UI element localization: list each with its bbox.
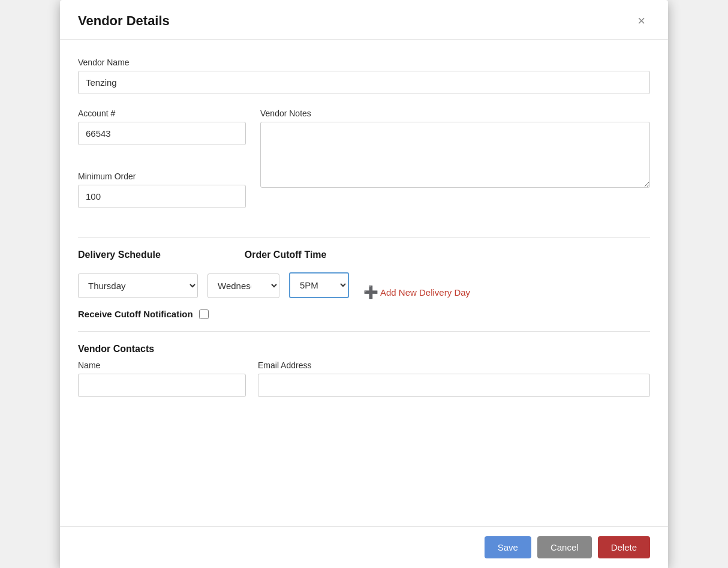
minimum-order-input[interactable]: [78, 185, 246, 208]
contacts-name-label: Name: [78, 360, 246, 370]
account-notes-row: Account # Minimum Order Vendor Notes: [78, 109, 650, 223]
cutoff-time-col: 12AM 1AM 2AM 3AM 4AM 5AM 6AM 7AM 8AM 9AM…: [289, 272, 349, 298]
contacts-email-label: Email Address: [258, 360, 650, 370]
vendor-notes-section: Vendor Notes: [260, 109, 650, 208]
modal-title: Vendor Details: [78, 13, 170, 29]
delivery-section: Delivery Schedule Order Cutoff Time Sund…: [78, 250, 650, 319]
vendor-notes-label: Vendor Notes: [260, 109, 650, 118]
contacts-name-input[interactable]: [78, 374, 246, 397]
cancel-button[interactable]: Cancel: [537, 536, 592, 558]
delivery-schedule-select[interactable]: Sunday Monday Tuesday Wednesday Thursday…: [78, 274, 198, 298]
delivery-header-row: Delivery Schedule Order Cutoff Time: [78, 250, 650, 266]
vendor-contacts-label: Vendor Contacts: [78, 344, 650, 354]
contacts-email-col: Email Address: [258, 360, 650, 397]
delete-button[interactable]: Delete: [598, 536, 650, 558]
vendor-contacts-section: Vendor Contacts Name Email Address: [78, 344, 650, 397]
plus-circle-icon: ➕: [365, 286, 377, 298]
contacts-name-col: Name: [78, 360, 246, 397]
vendor-name-section: Vendor Name: [78, 58, 650, 94]
left-column: Account # Minimum Order: [78, 109, 246, 223]
add-delivery-day-button[interactable]: ➕ Add New Delivery Day: [365, 286, 470, 298]
modal-header: Vendor Details ×: [60, 0, 668, 40]
vendor-details-modal: Vendor Details × Vendor Name Account # M…: [60, 0, 668, 568]
vendor-notes-input[interactable]: [260, 122, 650, 188]
close-button[interactable]: ×: [633, 12, 650, 30]
cutoff-time-select[interactable]: 12AM 1AM 2AM 3AM 4AM 5AM 6AM 7AM 8AM 9AM…: [289, 272, 349, 298]
cutoff-day-select[interactable]: Sunday Monday Tuesday Wednesd... Thursda…: [207, 274, 279, 298]
receive-cutoff-checkbox[interactable]: [199, 309, 209, 319]
modal-body: Vendor Name Account # Minimum Order Vend…: [60, 40, 668, 526]
delivery-schedule-label: Delivery Schedule: [78, 250, 161, 260]
add-delivery-day-label: Add New Delivery Day: [380, 287, 470, 297]
delivery-controls-row: Sunday Monday Tuesday Wednesday Thursday…: [78, 272, 650, 298]
vendor-name-input[interactable]: [78, 71, 650, 94]
minimum-order-section: Minimum Order: [78, 172, 246, 208]
save-button[interactable]: Save: [485, 536, 531, 558]
divider-1: [78, 237, 650, 238]
modal-footer: Save Cancel Delete: [60, 526, 668, 568]
divider-2: [78, 331, 650, 332]
delivery-schedule-col: Sunday Monday Tuesday Wednesday Thursday…: [78, 274, 198, 298]
minimum-order-label: Minimum Order: [78, 172, 246, 181]
receive-cutoff-label: Receive Cutoff Notification: [78, 309, 193, 319]
account-section: Account #: [78, 109, 246, 145]
contacts-email-input[interactable]: [258, 374, 650, 397]
account-input[interactable]: [78, 122, 246, 145]
cutoff-day-col: Sunday Monday Tuesday Wednesd... Thursda…: [207, 274, 279, 298]
vendor-name-label: Vendor Name: [78, 58, 650, 67]
contacts-grid: Name Email Address: [78, 360, 650, 397]
account-label: Account #: [78, 109, 246, 118]
order-cutoff-label: Order Cutoff Time: [245, 250, 327, 260]
receive-cutoff-section: Receive Cutoff Notification: [78, 309, 650, 319]
